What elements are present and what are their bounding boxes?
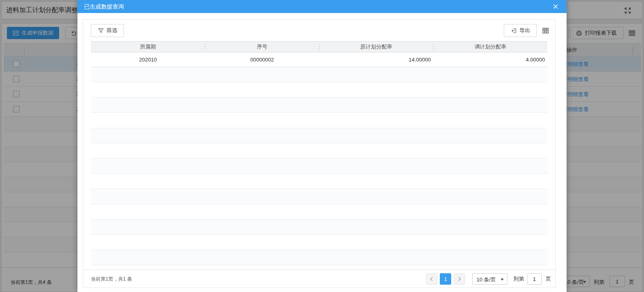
filter-label: 筛选 (107, 27, 117, 34)
column-header-period: 所属期 (91, 42, 205, 52)
dialog-header: 已生成数据查询 (77, 0, 567, 13)
page-number-button[interactable]: 1 (440, 273, 451, 285)
empty-row (91, 82, 547, 97)
page-size-value: 10 条/页 (476, 276, 496, 283)
dialog-title: 已生成数据查询 (84, 0, 124, 13)
table-row[interactable]: 202010 00000002 14.00000 4.00000 (91, 53, 547, 67)
export-icon (511, 28, 517, 34)
empty-row (91, 174, 547, 189)
filter-funnel-icon (98, 28, 104, 34)
export-label: 导出 (520, 27, 530, 34)
empty-row (91, 128, 547, 143)
cell-period: 202010 (91, 53, 205, 67)
column-header-adjusted-rate: 调计划分配率 (433, 42, 547, 52)
export-button[interactable]: 导出 (504, 24, 537, 37)
dialog-grid-container: 筛选 导出 所属期 序号 原计划分配率 调计划分配率 (83, 19, 556, 288)
empty-row (91, 98, 547, 113)
cell-seq: 00000002 (205, 53, 319, 67)
empty-rows-area (91, 67, 547, 265)
column-settings-icon[interactable] (542, 27, 549, 34)
chevron-down-icon (501, 279, 504, 281)
pagination-controls: 1 10 条/页 到第 页 (426, 273, 551, 285)
empty-row (91, 235, 547, 250)
empty-row (91, 158, 547, 173)
dialog-table: 所属期 序号 原计划分配率 调计划分配率 202010 00000002 14.… (91, 41, 547, 265)
prev-page-button[interactable] (426, 273, 437, 285)
goto-page-input[interactable] (527, 273, 542, 285)
dialog-pagination-bar: 当前第1页，共1 条 1 10 条/页 到第 (83, 270, 555, 288)
empty-row (91, 220, 547, 235)
generated-data-query-dialog: 已生成数据查询 筛选 导出 (77, 0, 567, 292)
cell-original-rate: 14.00000 (319, 53, 433, 67)
page-unit-label: 页 (546, 275, 551, 283)
dialog-table-header: 所属期 序号 原计划分配率 调计划分配率 (91, 41, 547, 53)
record-summary: 当前第1页，共1 条 (91, 270, 132, 288)
empty-row (91, 204, 547, 220)
column-header-seq: 序号 (205, 42, 319, 52)
column-header-original-rate: 原计划分配率 (319, 42, 433, 52)
cell-adjusted-rate: 4.00000 (433, 53, 547, 67)
empty-row (91, 67, 547, 82)
empty-row (91, 143, 547, 158)
empty-row (91, 189, 547, 204)
next-page-button[interactable] (454, 273, 465, 285)
page-size-select[interactable]: 10 条/页 (472, 273, 507, 285)
filter-button[interactable]: 筛选 (91, 24, 124, 37)
close-icon[interactable] (552, 3, 559, 10)
goto-page-label: 到第 (514, 275, 524, 283)
empty-row (91, 113, 547, 128)
empty-row (91, 250, 547, 265)
